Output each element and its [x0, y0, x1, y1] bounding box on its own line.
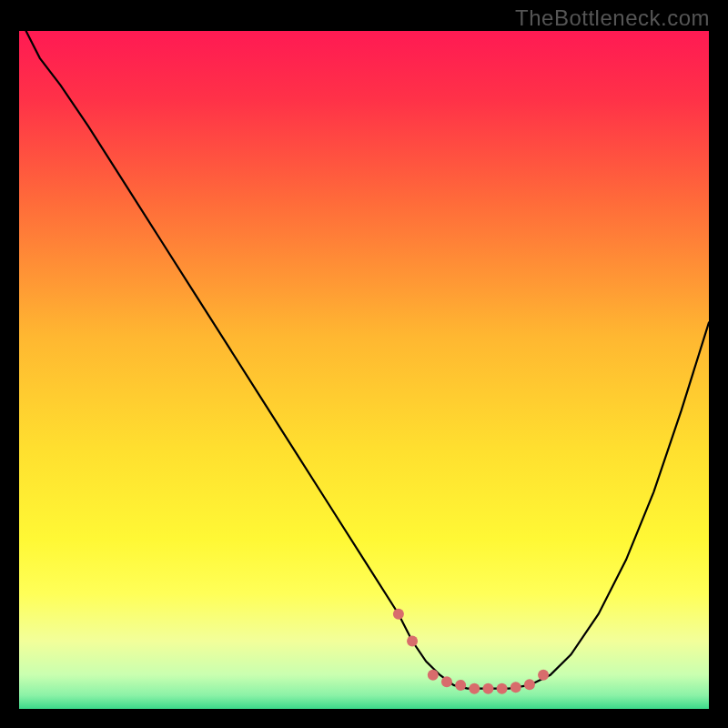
svg-rect-0 [19, 31, 709, 709]
watermark-text: TheBottleneck.com [515, 5, 710, 31]
plot-area [19, 31, 709, 709]
chart-container: TheBottleneck.com [0, 0, 728, 728]
background-gradient [19, 31, 709, 709]
